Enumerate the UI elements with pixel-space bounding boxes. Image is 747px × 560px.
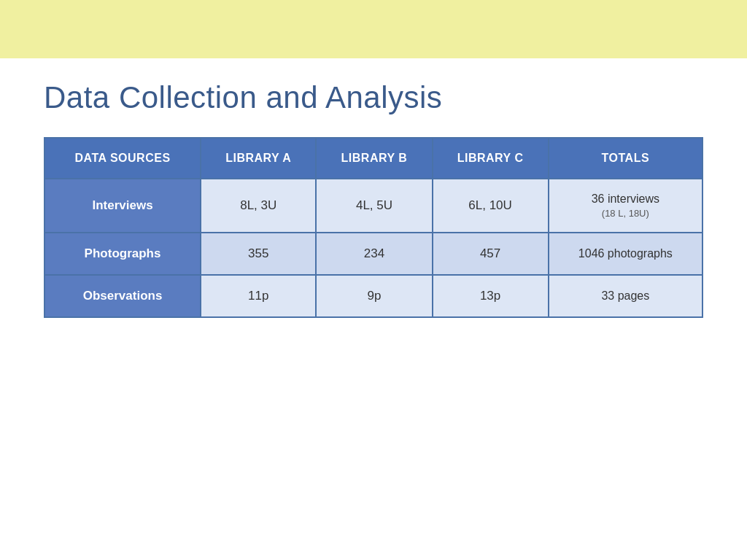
table-row: Interviews 8L, 3U 4L, 5U 6L, 10U 36 inte…	[44, 179, 703, 233]
interviews-total-sub: (18 L, 18U)	[558, 208, 693, 219]
col-header-data-sources: DATA SOURCES	[44, 138, 201, 179]
content-area: Data Collection and Analysis DATA SOURCE…	[0, 58, 747, 340]
col-header-library-c: LIBRARY C	[433, 138, 549, 179]
photographs-total: 1046 photographs	[549, 233, 703, 275]
observations-lib-a: 11p	[201, 275, 316, 317]
col-header-library-a: LIBRARY A	[201, 138, 316, 179]
row-label-photographs: Photographs	[44, 233, 201, 275]
photographs-lib-c: 457	[433, 233, 549, 275]
col-header-totals: TOTALS	[549, 138, 703, 179]
photographs-lib-b: 234	[316, 233, 432, 275]
interviews-lib-b: 4L, 5U	[316, 179, 432, 233]
row-label-observations: Observations	[44, 275, 201, 317]
top-banner	[0, 0, 747, 58]
data-collection-table: DATA SOURCES LIBRARY A LIBRARY B LIBRARY…	[44, 137, 703, 318]
observations-total: 33 pages	[549, 275, 703, 317]
table-header-row: DATA SOURCES LIBRARY A LIBRARY B LIBRARY…	[44, 138, 703, 179]
row-label-interviews: Interviews	[44, 179, 201, 233]
interviews-lib-c: 6L, 10U	[433, 179, 549, 233]
page-title: Data Collection and Analysis	[44, 80, 703, 115]
interviews-total: 36 interviews (18 L, 18U)	[549, 179, 703, 233]
table-row: Photographs 355 234 457 1046 photographs	[44, 233, 703, 275]
interviews-lib-a: 8L, 3U	[201, 179, 316, 233]
observations-lib-b: 9p	[316, 275, 432, 317]
observations-lib-c: 13p	[433, 275, 549, 317]
photographs-lib-a: 355	[201, 233, 316, 275]
col-header-library-b: LIBRARY B	[316, 138, 432, 179]
table-row: Observations 11p 9p 13p 33 pages	[44, 275, 703, 317]
